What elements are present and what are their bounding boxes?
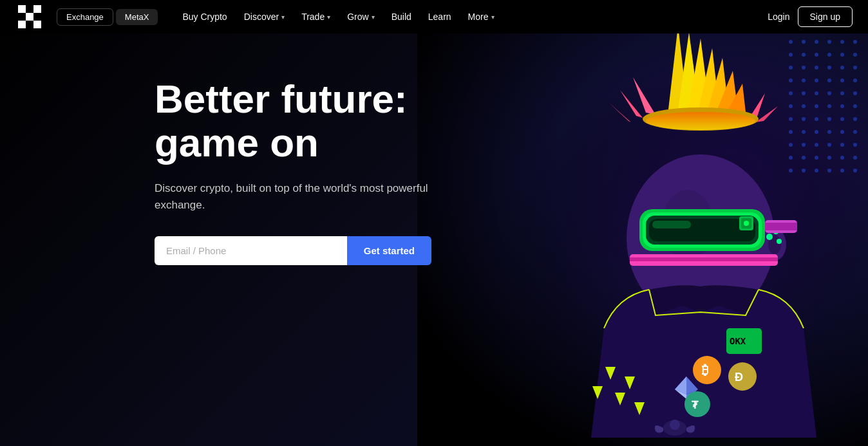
svg-point-114 <box>789 156 793 160</box>
svg-point-65 <box>853 40 857 44</box>
svg-point-81 <box>827 79 831 82</box>
email-phone-input[interactable] <box>155 236 347 265</box>
svg-text:₿: ₿ <box>702 363 708 377</box>
svg-point-86 <box>815 91 818 95</box>
svg-text:₮: ₮ <box>692 400 699 411</box>
svg-point-119 <box>853 156 857 160</box>
login-button[interactable]: Login <box>768 12 789 22</box>
svg-point-59 <box>670 420 680 430</box>
logo[interactable] <box>15 3 44 31</box>
svg-point-70 <box>840 53 844 57</box>
hero-title: Better future: game on <box>155 77 438 165</box>
hero-section: Exchange MetaX Buy Crypto Discover ▾ Tra… <box>0 0 868 446</box>
signup-button[interactable]: Sign up <box>798 6 853 27</box>
svg-point-116 <box>815 156 818 160</box>
svg-point-93 <box>827 104 831 108</box>
svg-rect-40 <box>630 257 778 261</box>
chevron-down-icon: ▾ <box>372 14 375 21</box>
svg-point-79 <box>802 79 806 82</box>
nav-tabs: Exchange MetaX <box>57 8 158 26</box>
svg-point-97 <box>802 117 806 121</box>
main-nav: Exchange MetaX Buy Crypto Discover ▾ Tra… <box>0 0 868 33</box>
svg-point-120 <box>789 169 793 172</box>
svg-point-64 <box>840 40 844 44</box>
svg-point-83 <box>853 79 857 82</box>
svg-point-78 <box>789 79 793 82</box>
nav-item-build[interactable]: Build <box>385 8 418 26</box>
nav-item-more[interactable]: More ▾ <box>462 8 501 26</box>
svg-point-118 <box>840 156 844 160</box>
svg-point-107 <box>853 130 857 134</box>
svg-rect-5 <box>33 21 41 28</box>
svg-point-101 <box>853 117 857 121</box>
svg-point-80 <box>815 79 818 82</box>
svg-point-111 <box>827 143 831 147</box>
svg-rect-2 <box>33 5 41 13</box>
svg-text:OKX: OKX <box>730 336 746 346</box>
svg-point-69 <box>827 53 831 57</box>
svg-point-94 <box>840 104 844 108</box>
svg-point-92 <box>815 104 818 108</box>
svg-point-112 <box>840 143 844 147</box>
svg-point-68 <box>815 53 818 57</box>
hero-content: Better future: game on Discover crypto, … <box>155 77 438 265</box>
svg-point-28 <box>777 239 782 244</box>
svg-point-67 <box>802 53 806 57</box>
tab-metax[interactable]: MetaX <box>116 9 158 25</box>
tab-exchange[interactable]: Exchange <box>57 8 113 26</box>
svg-point-76 <box>840 66 844 70</box>
svg-point-85 <box>802 91 806 95</box>
svg-point-89 <box>853 91 857 95</box>
svg-point-71 <box>853 53 857 57</box>
svg-rect-35 <box>765 223 797 230</box>
svg-point-100 <box>840 117 844 121</box>
svg-point-74 <box>815 66 818 70</box>
svg-point-72 <box>789 66 793 70</box>
chevron-down-icon: ▾ <box>281 14 285 21</box>
svg-point-90 <box>789 104 793 108</box>
svg-point-115 <box>802 156 806 160</box>
hero-form: Get started <box>155 236 431 265</box>
svg-point-123 <box>827 169 831 172</box>
svg-rect-1 <box>18 5 26 13</box>
svg-point-62 <box>815 40 818 44</box>
svg-point-105 <box>827 130 831 134</box>
hero-subtitle: Discover crypto, built on top of the wor… <box>155 180 438 213</box>
nav-item-discover[interactable]: Discover ▾ <box>238 8 291 26</box>
svg-point-121 <box>802 169 806 172</box>
svg-point-95 <box>853 104 857 108</box>
svg-point-26 <box>766 234 773 240</box>
svg-point-87 <box>827 91 831 95</box>
grid-dots-decoration: /* dots rendered below */ <box>784 35 868 183</box>
svg-point-113 <box>853 143 857 147</box>
nav-item-buy-crypto[interactable]: Buy Crypto <box>176 8 233 26</box>
svg-text:Ð: Ð <box>735 371 743 384</box>
svg-rect-4 <box>18 21 26 28</box>
svg-point-110 <box>815 143 818 147</box>
svg-point-88 <box>840 91 844 95</box>
svg-point-122 <box>815 169 818 172</box>
svg-point-38 <box>744 221 749 226</box>
svg-point-60 <box>789 40 793 44</box>
svg-point-63 <box>827 40 831 44</box>
svg-point-66 <box>789 53 793 57</box>
chevron-down-icon: ▾ <box>327 14 330 21</box>
svg-point-77 <box>853 66 857 70</box>
nav-menu: Buy Crypto Discover ▾ Trade ▾ Grow ▾ Bui… <box>176 8 768 26</box>
svg-point-124 <box>840 169 844 172</box>
get-started-button[interactable]: Get started <box>347 236 431 265</box>
svg-point-98 <box>815 117 818 121</box>
svg-point-73 <box>802 66 806 70</box>
svg-point-102 <box>789 130 793 134</box>
svg-point-61 <box>802 40 806 44</box>
chevron-down-icon: ▾ <box>491 14 495 21</box>
svg-point-96 <box>789 117 793 121</box>
svg-rect-33 <box>652 221 691 228</box>
svg-point-104 <box>815 130 818 134</box>
svg-point-82 <box>840 79 844 82</box>
nav-item-learn[interactable]: Learn <box>422 8 458 26</box>
svg-point-108 <box>789 143 793 147</box>
svg-point-103 <box>802 130 806 134</box>
nav-item-grow[interactable]: Grow ▾ <box>341 8 381 26</box>
nav-item-trade[interactable]: Trade ▾ <box>295 8 337 26</box>
